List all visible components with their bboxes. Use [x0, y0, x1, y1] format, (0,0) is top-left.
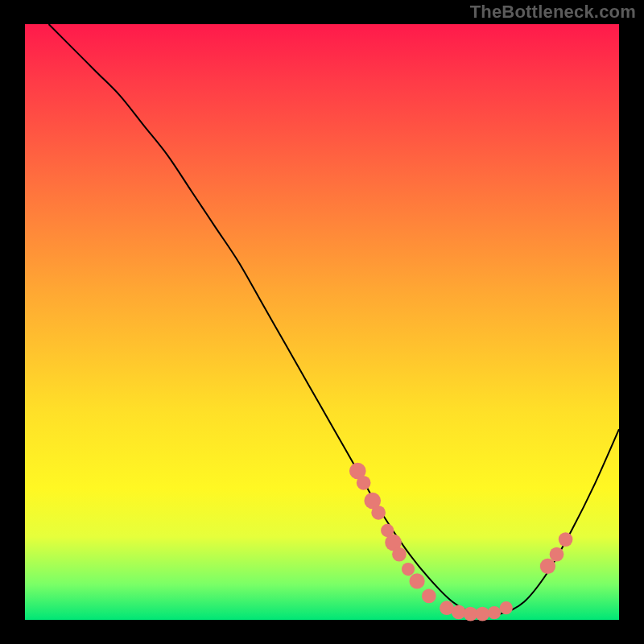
data-point: [475, 607, 489, 621]
bottleneck-curve: [49, 24, 619, 615]
data-point: [402, 563, 415, 576]
data-point: [559, 532, 573, 547]
data-point: [488, 606, 501, 619]
data-point: [422, 589, 436, 604]
data-point: [500, 601, 513, 614]
chart-container: TheBottleneck.com: [0, 0, 644, 644]
data-point: [540, 559, 555, 574]
data-point: [371, 506, 386, 520]
data-point: [409, 573, 424, 588]
data-markers: [349, 463, 572, 621]
watermark-text: TheBottleneck.com: [470, 2, 636, 23]
data-point: [392, 547, 407, 562]
data-point: [357, 476, 371, 490]
data-point: [550, 547, 564, 562]
plot-area: [25, 24, 619, 620]
curve-layer: [25, 24, 619, 620]
